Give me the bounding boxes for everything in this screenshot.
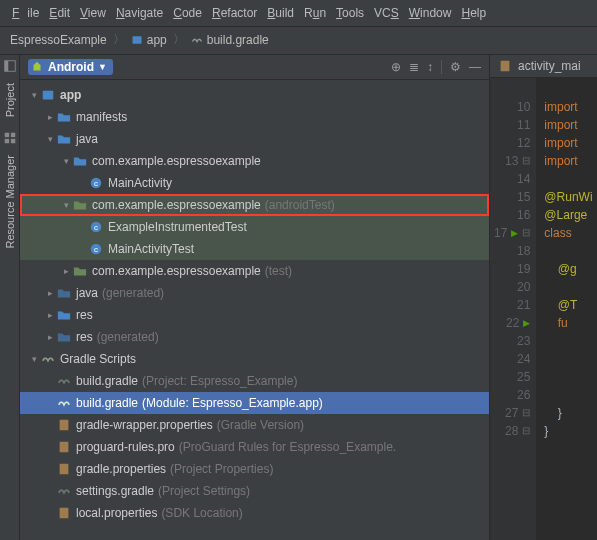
tree-node-java-generated[interactable]: ▸ java (generated) — [20, 282, 489, 304]
chevron-down-icon: ▾ — [60, 200, 72, 210]
package-icon — [72, 153, 88, 169]
select-target-icon[interactable]: ⊕ — [391, 60, 401, 74]
menu-refactor[interactable]: Refactor — [208, 4, 261, 22]
class-icon: c — [88, 219, 104, 235]
svg-rect-2 — [4, 61, 8, 72]
menu-edit[interactable]: Edit — [45, 4, 74, 22]
svg-text:c: c — [94, 245, 98, 254]
project-tree: ▾ app ▸ manifests ▾ java ▾ — [20, 80, 489, 540]
main-menu-bar: File Edit View Navigate Code Refactor Bu… — [0, 0, 597, 27]
svg-rect-14 — [60, 420, 69, 431]
chevron-down-icon: ▾ — [60, 156, 72, 166]
folder-icon — [56, 307, 72, 323]
svg-rect-5 — [4, 139, 8, 143]
breadcrumb-file[interactable]: build.gradle — [191, 33, 269, 47]
project-panel: Android ▼ ⊕ ≣ ↕ ⚙ — ▾ app — [20, 55, 490, 540]
resource-manager-icon[interactable] — [3, 131, 17, 145]
tree-node-settings-gradle[interactable]: settings.gradle (Project Settings) — [20, 480, 489, 502]
tree-node-pkg-test[interactable]: ▸ com.example.espressoexample (test) — [20, 260, 489, 282]
properties-file-icon — [56, 505, 72, 521]
chevron-right-icon: ▸ — [44, 332, 56, 342]
package-icon — [72, 263, 88, 279]
tree-node-gradle-scripts[interactable]: ▾ Gradle Scripts — [20, 348, 489, 370]
chevron-down-icon: ▾ — [28, 90, 40, 100]
module-icon — [131, 34, 143, 46]
chevron-right-icon: ▸ — [44, 288, 56, 298]
tree-node-main-activity-test[interactable]: c MainActivityTest — [20, 238, 489, 260]
class-icon: c — [88, 241, 104, 257]
tree-node-gradle-wrapper-props[interactable]: gradle-wrapper.properties (Gradle Versio… — [20, 414, 489, 436]
properties-file-icon — [56, 439, 72, 455]
chevron-right-icon: ▸ — [44, 310, 56, 320]
menu-code[interactable]: Code — [169, 4, 206, 22]
code-content[interactable]: import import import import @RunWi @Larg… — [536, 78, 592, 540]
xml-file-icon — [498, 59, 512, 73]
svg-text:c: c — [94, 179, 98, 188]
menu-vcs[interactable]: VCS — [370, 4, 403, 22]
menu-build[interactable]: Build — [263, 4, 298, 22]
gradle-file-icon — [56, 373, 72, 389]
editor-body[interactable]: 10111213 ⊟14 151617 ▶⊟1819 202122 ▶2324 … — [490, 78, 597, 540]
project-tool-tab[interactable]: Project — [2, 77, 18, 123]
resource-manager-tab[interactable]: Resource Manager — [2, 149, 18, 255]
editor-area: activity_mai 10111213 ⊟14 151617 ▶⊟1819 … — [490, 55, 597, 540]
chevron-right-icon: 〉 — [173, 31, 185, 48]
folder-icon — [56, 131, 72, 147]
generated-folder-icon — [56, 285, 72, 301]
properties-file-icon — [56, 417, 72, 433]
expand-all-icon[interactable]: ≣ — [409, 60, 419, 74]
tree-node-gradle-props[interactable]: gradle.properties (Project Properties) — [20, 458, 489, 480]
separator — [441, 60, 442, 74]
gradle-icon — [40, 351, 56, 367]
tree-node-main-activity[interactable]: c MainActivity — [20, 172, 489, 194]
tree-node-pkg-main[interactable]: ▾ com.example.espressoexample — [20, 150, 489, 172]
breadcrumb-project[interactable]: EspressoExample — [10, 33, 107, 47]
menu-help[interactable]: Help — [457, 4, 490, 22]
tree-node-manifests[interactable]: ▸ manifests — [20, 106, 489, 128]
tree-node-build-gradle-module[interactable]: build.gradle (Module: Espresso_Example.a… — [20, 392, 489, 414]
folder-icon — [56, 109, 72, 125]
sort-icon[interactable]: ↕ — [427, 60, 433, 74]
menu-tools[interactable]: Tools — [332, 4, 368, 22]
tree-node-res[interactable]: ▸ res — [20, 304, 489, 326]
hide-panel-icon[interactable]: — — [469, 60, 481, 74]
android-icon — [30, 60, 44, 74]
menu-navigate[interactable]: Navigate — [112, 4, 167, 22]
tree-node-app[interactable]: ▾ app — [20, 84, 489, 106]
svg-rect-17 — [60, 508, 69, 519]
chevron-right-icon: 〉 — [113, 31, 125, 48]
tree-node-java[interactable]: ▾ java — [20, 128, 489, 150]
breadcrumb: EspressoExample 〉 app 〉 build.gradle — [0, 27, 597, 55]
left-tool-gutter: Project Resource Manager — [0, 55, 20, 540]
svg-rect-3 — [4, 133, 8, 137]
svg-rect-6 — [10, 139, 14, 143]
package-icon — [72, 197, 88, 213]
tree-node-pkg-android-test[interactable]: ▾ com.example.espressoexample (androidTe… — [20, 194, 489, 216]
project-tool-icon[interactable] — [3, 59, 17, 73]
generated-folder-icon — [56, 329, 72, 345]
line-number-gutter: 10111213 ⊟14 151617 ▶⊟1819 202122 ▶2324 … — [490, 78, 536, 540]
chevron-right-icon: ▸ — [60, 266, 72, 276]
svg-text:c: c — [94, 223, 98, 232]
tree-node-res-generated[interactable]: ▸ res (generated) — [20, 326, 489, 348]
menu-run[interactable]: Run — [300, 4, 330, 22]
tree-node-build-gradle-project[interactable]: build.gradle (Project: Espresso_Example) — [20, 370, 489, 392]
svg-rect-16 — [60, 464, 69, 475]
tree-node-example-instr-test[interactable]: c ExampleInstrumentedTest — [20, 216, 489, 238]
menu-view[interactable]: View — [76, 4, 110, 22]
svg-rect-7 — [43, 91, 54, 100]
settings-icon[interactable]: ⚙ — [450, 60, 461, 74]
breadcrumb-module[interactable]: app — [131, 33, 167, 47]
project-view-selector[interactable]: Android ▼ — [28, 59, 113, 75]
chevron-down-icon: ▾ — [28, 354, 40, 364]
menu-window[interactable]: Window — [405, 4, 456, 22]
class-icon: c — [88, 175, 104, 191]
editor-tab[interactable]: activity_mai — [490, 55, 597, 78]
tree-node-proguard[interactable]: proguard-rules.pro (ProGuard Rules for E… — [20, 436, 489, 458]
menu-file[interactable]: File — [8, 4, 43, 22]
chevron-down-icon: ▼ — [98, 62, 107, 72]
tree-node-local-props[interactable]: local.properties (SDK Location) — [20, 502, 489, 524]
gradle-file-icon — [56, 395, 72, 411]
project-panel-header: Android ▼ ⊕ ≣ ↕ ⚙ — — [20, 55, 489, 80]
module-icon — [40, 87, 56, 103]
